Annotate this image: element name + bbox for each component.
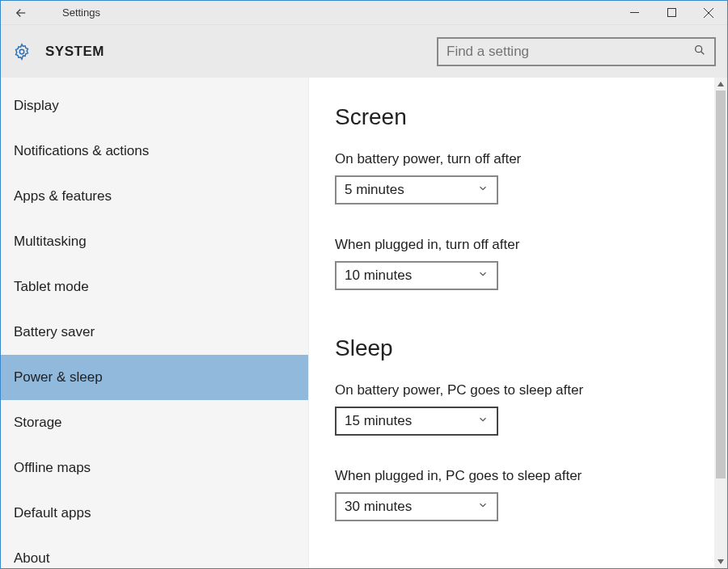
sidebar-item-tablet-mode[interactable]: Tablet mode [1, 264, 308, 310]
sidebar-item-notifications[interactable]: Notifications & actions [1, 129, 308, 174]
sidebar-item-storage[interactable]: Storage [1, 400, 308, 445]
sidebar-item-label: Tablet mode [14, 279, 89, 295]
sidebar-item-label: Default apps [14, 505, 91, 521]
dropdown-value: 30 minutes [345, 499, 412, 515]
setting-label: On battery power, PC goes to sleep after [335, 382, 703, 398]
scroll-up-icon[interactable] [714, 78, 727, 91]
svg-marker-8 [717, 559, 724, 564]
sidebar-item-label: Multitasking [14, 234, 87, 250]
svg-point-4 [19, 49, 24, 54]
svg-point-5 [696, 45, 702, 52]
sidebar-item-label: Apps & features [14, 188, 112, 204]
sidebar-item-label: Offline maps [14, 460, 91, 476]
search-input[interactable] [447, 44, 693, 60]
scroll-thumb[interactable] [716, 91, 726, 478]
sidebar-item-multitasking[interactable]: Multitasking [1, 219, 308, 264]
minimize-button[interactable] [616, 1, 653, 24]
vertical-scrollbar[interactable] [714, 78, 727, 568]
minimize-icon [630, 8, 639, 17]
sleep-battery-dropdown[interactable]: 15 minutes [335, 407, 498, 436]
title-bar: Settings [1, 1, 727, 25]
sidebar-item-offline-maps[interactable]: Offline maps [1, 445, 308, 491]
body: Display Notifications & actions Apps & f… [1, 78, 727, 568]
close-button[interactable] [690, 1, 727, 24]
sidebar-item-apps-features[interactable]: Apps & features [1, 174, 308, 219]
sidebar-item-default-apps[interactable]: Default apps [1, 491, 308, 536]
dropdown-value: 5 minutes [345, 182, 404, 198]
sidebar-item-about[interactable]: About [1, 536, 308, 568]
chevron-down-icon [477, 182, 489, 198]
back-arrow-icon [14, 6, 28, 20]
screen-plugged-dropdown[interactable]: 10 minutes [335, 261, 498, 290]
sidebar-item-label: Notifications & actions [14, 143, 149, 159]
gear-icon [13, 43, 31, 61]
back-button[interactable] [1, 1, 41, 24]
scroll-down-icon[interactable] [714, 555, 727, 568]
sidebar-item-label: About [14, 550, 49, 567]
close-icon [704, 8, 713, 18]
svg-rect-1 [667, 9, 675, 17]
maximize-icon [667, 8, 676, 17]
scroll-track[interactable] [714, 91, 727, 555]
section-title-sleep: Sleep [335, 335, 703, 361]
sleep-plugged-dropdown[interactable]: 30 minutes [335, 492, 498, 521]
sidebar-item-power-sleep[interactable]: Power & sleep [1, 355, 308, 400]
svg-line-6 [701, 51, 705, 54]
sidebar-item-label: Power & sleep [14, 369, 103, 386]
dropdown-value: 15 minutes [345, 413, 412, 429]
sidebar: Display Notifications & actions Apps & f… [1, 78, 309, 568]
search-icon [693, 44, 706, 60]
setting-label: On battery power, turn off after [335, 151, 703, 167]
section-title-screen: Screen [335, 104, 703, 130]
sidebar-item-label: Storage [14, 415, 62, 431]
chevron-down-icon [477, 268, 489, 284]
sidebar-item-battery-saver[interactable]: Battery saver [1, 310, 308, 355]
content-pane: Screen On battery power, turn off after … [309, 78, 727, 568]
sidebar-item-label: Display [14, 98, 59, 114]
dropdown-value: 10 minutes [345, 268, 412, 284]
setting-label: When plugged in, turn off after [335, 237, 703, 253]
chevron-down-icon [477, 413, 489, 429]
header-title: SYSTEM [45, 44, 104, 60]
setting-label: When plugged in, PC goes to sleep after [335, 468, 703, 484]
sidebar-item-display[interactable]: Display [1, 83, 308, 129]
svg-marker-7 [717, 82, 724, 86]
chevron-down-icon [477, 499, 489, 515]
header-bar: SYSTEM [1, 25, 727, 78]
maximize-button[interactable] [653, 1, 690, 24]
settings-window: Settings SYSTEM Display [0, 0, 728, 569]
screen-battery-dropdown[interactable]: 5 minutes [335, 175, 498, 204]
sidebar-item-label: Battery saver [14, 324, 95, 340]
window-title: Settings [62, 6, 100, 19]
search-box[interactable] [437, 37, 716, 66]
